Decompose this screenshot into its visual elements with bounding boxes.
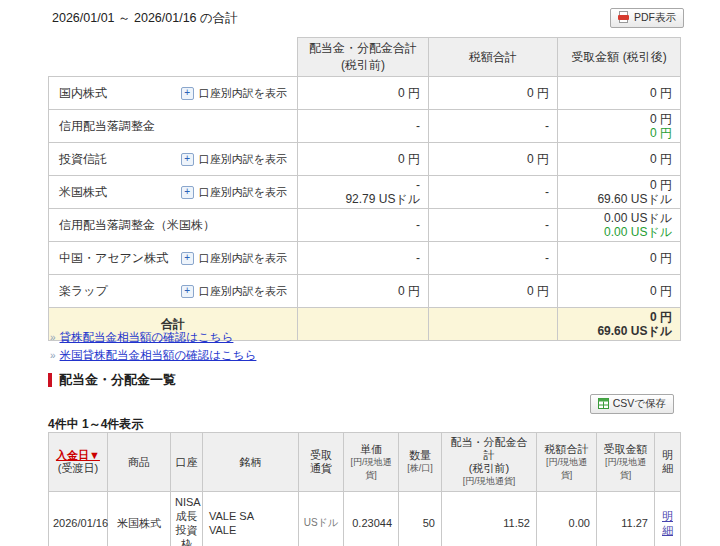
table-row: 中国・アセアン株式 + 口座別内訳を表示 - - 0 円 [49,242,681,275]
dividend-summary-page: 2026/01/01 ～ 2026/01/16 の合計 PDF表示 配当金・分配… [0,0,720,546]
expand-us-stock-button[interactable]: + 口座別内訳を表示 [181,185,287,199]
expand-label: 口座別内訳を表示 [199,152,287,166]
detail-header-row: 入金日▼ (受渡日) 商品 口座 銘柄 受取 通貨 単価 [円/現地通貨] 数量… [49,433,681,492]
expand-investment-trust-button[interactable]: + 口座別内訳を表示 [181,152,287,166]
table-row: 投資信託 + 口座別内訳を表示 0 円 0 円 0 円 [49,143,681,176]
cell-tax: - [429,209,558,242]
cell-total: - [298,209,429,242]
cell-total: 0 円 [298,77,429,110]
table-row: 楽ラップ + 口座別内訳を表示 0 円 0 円 0 円 [49,275,681,308]
arrow-icon: » [50,332,56,343]
row-label: 米国株式 [59,185,107,199]
cell-received: 0 円 69.60 USドル [558,176,681,209]
cell-received: 11.27 [597,492,655,546]
summary-header-row: 配当金・分配金合計 (税引前) 税額合計 受取金額 (税引後) [49,38,681,77]
expand-label: 口座別内訳を表示 [199,185,287,199]
total-cell-tax [429,308,558,341]
row-label: 信用配当落調整金 [59,119,155,133]
result-count: 4件中 1～4件表示 [48,416,143,433]
plus-icon: + [181,285,194,298]
row-label: 楽ラップ [59,284,108,298]
cell-received: 0 円 [558,77,681,110]
cell-qty: 50 [399,492,442,546]
column-header-account: 口座 [171,433,203,492]
expand-label: 口座別内訳を表示 [199,86,287,100]
csv-button-label: CSVで保存 [613,397,666,411]
plus-icon: + [181,252,194,265]
cell-price: 0.23044 [344,492,399,546]
expand-domestic-stock-button[interactable]: + 口座別内訳を表示 [181,86,287,100]
summary-table: 配当金・分配金合計 (税引前) 税額合計 受取金額 (税引後) 国内株式 + 口… [48,37,681,341]
pdf-button[interactable]: PDF表示 [610,8,684,28]
cell-account: NISA 成長 投資 枠 [171,492,203,546]
row-label: 国内株式 [59,86,107,100]
cell-tax: 0 円 [429,143,558,176]
summary-header-received: 受取金額 (税引後) [558,38,681,77]
stock-lending-dividend-link[interactable]: 貸株配当金相当額の確認はこちら [60,331,234,343]
column-header-received: 受取金額 [円/現地通貨] [597,433,655,492]
cell-product: 米国株式 [108,492,171,546]
csv-icon [598,398,609,411]
column-header-tax: 税額合計 [円/現地通貨] [537,433,597,492]
pdf-button-label: PDF表示 [634,11,676,25]
cell-total: 11.52 [442,492,537,546]
table-row: 国内株式 + 口座別内訳を表示 0 円 0 円 0 円 [49,77,681,110]
expand-label: 口座別内訳を表示 [199,284,287,298]
cell-received: 0 円 [558,275,681,308]
column-header-qty: 数量 [株/口] [399,433,442,492]
cell-received: 0 円 [558,143,681,176]
column-header-date: 入金日▼ (受渡日) [49,433,108,492]
row-label: 投資信託 [59,152,107,166]
expand-china-asean-button[interactable]: + 口座別内訳を表示 [181,251,287,265]
column-header-currency: 受取 通貨 [299,433,344,492]
table-row: 米国株式 + 口座別内訳を表示 - 92.79 USドル - 0 円 69.60… [49,176,681,209]
page-title: 2026/01/01 ～ 2026/01/16 の合計 [52,10,238,27]
table-row: 信用配当落調整金（米国株） - - 0.00 USドル 0.00 USドル [49,209,681,242]
column-header-price: 単価 [円/現地通貨] [344,433,399,492]
cell-total: - 92.79 USドル [298,176,429,209]
cell-tax: - [429,176,558,209]
cell-currency: USドル [299,492,344,546]
dividend-list-table: 入金日▼ (受渡日) 商品 口座 銘柄 受取 通貨 単価 [円/現地通貨] 数量… [48,432,681,546]
row-label: 信用配当落調整金（米国株） [59,218,215,232]
cell-received: 0.00 USドル 0.00 USドル [558,209,681,242]
related-links: »貸株配当金相当額の確認はこちら »米国貸株配当金相当額の確認はこちら [50,330,256,366]
cell-detail: 明細 [655,492,681,546]
us-stock-lending-dividend-link[interactable]: 米国貸株配当金相当額の確認はこちら [60,349,257,361]
table-row: 2026/01/16 米国株式 NISA 成長 投資 枠 VALE SA VAL… [49,492,681,546]
cell-date: 2026/01/16 [49,492,108,546]
cell-total: 0 円 [298,275,429,308]
column-header-name: 銘柄 [203,433,299,492]
expand-rakuwrap-button[interactable]: + 口座別内訳を表示 [181,284,287,298]
column-header-total: 配当・分配金合計 (税引前) [円/現地通貨] [442,433,537,492]
section-title: 配当金・分配金一覧 [59,371,176,389]
column-header-product: 商品 [108,433,171,492]
sort-by-date-link[interactable]: 入金日▼ [56,449,100,461]
total-cell-received: 0 円 69.60 USドル [558,308,681,341]
summary-header-blank [49,38,298,77]
total-cell-total [298,308,429,341]
plus-icon: + [181,153,194,166]
green-amount: 0 円 [566,126,672,140]
summary-header-tax: 税額合計 [429,38,558,77]
cell-total: - [298,110,429,143]
cell-received: 0 円 [558,242,681,275]
date-sub-label: (受渡日) [53,462,103,475]
pdf-icon [618,11,630,25]
cell-total: 0 円 [298,143,429,176]
plus-icon: + [181,87,194,100]
arrow-icon: » [50,350,56,361]
csv-save-button[interactable]: CSVで保存 [590,394,674,414]
expand-label: 口座別内訳を表示 [199,251,287,265]
column-header-detail: 明細 [655,433,681,492]
detail-link[interactable]: 明細 [662,510,673,536]
cell-received: 0 円 0 円 [558,110,681,143]
table-row: 信用配当落調整金 - - 0 円 0 円 [49,110,681,143]
cell-security-name: VALE SA VALE [203,492,299,546]
row-label: 中国・アセアン株式 [59,251,168,265]
cell-tax: 0 円 [429,275,558,308]
cell-tax: - [429,242,558,275]
cell-tax: 0.00 [537,492,597,546]
cell-tax: - [429,110,558,143]
summary-header-total: 配当金・分配金合計 (税引前) [298,38,429,77]
